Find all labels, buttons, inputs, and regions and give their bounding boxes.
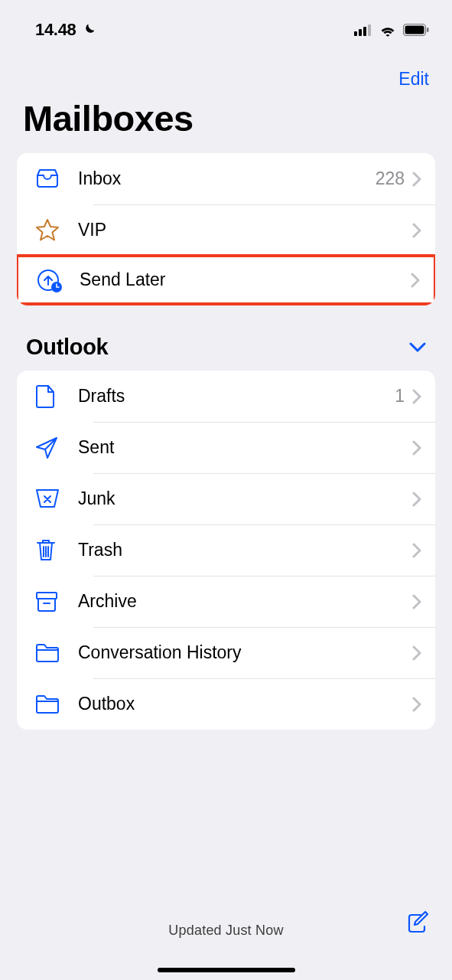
folder-count: 1: [395, 386, 405, 407]
mailboxes-list: Inbox 228 VIP Send Later: [17, 153, 435, 305]
folder-label: Trash: [72, 540, 412, 560]
folder-label: Outbox: [72, 694, 412, 714]
svg-rect-2: [363, 27, 366, 36]
folder-icon: [34, 693, 72, 716]
paper-plane-icon: [34, 435, 72, 461]
chevron-right-icon: [412, 594, 421, 609]
battery-icon: [403, 24, 429, 36]
account-folders-list: Drafts 1 Sent Junk Trash: [17, 371, 435, 730]
folder-label: Sent: [72, 437, 412, 458]
folder-row-archive[interactable]: Archive: [17, 576, 435, 627]
svg-rect-6: [427, 28, 429, 32]
svg-rect-5: [405, 26, 424, 34]
document-icon: [34, 383, 72, 410]
mailbox-row-vip[interactable]: VIP: [17, 204, 435, 256]
edit-button[interactable]: Edit: [398, 69, 429, 90]
toolbar-status: Updated Just Now: [168, 923, 283, 939]
folder-icon: [34, 642, 72, 665]
folder-row-drafts[interactable]: Drafts 1: [17, 371, 435, 422]
bottom-toolbar: Updated Just Now: [0, 880, 452, 980]
chevron-right-icon: [412, 543, 421, 558]
chevron-right-icon: [412, 172, 421, 187]
folder-label: Drafts: [72, 386, 395, 407]
folder-row-sent[interactable]: Sent: [17, 422, 435, 473]
folder-row-trash[interactable]: Trash: [17, 524, 435, 576]
chevron-right-icon: [412, 389, 421, 404]
chevron-right-icon: [411, 273, 420, 288]
svg-rect-0: [354, 31, 357, 36]
status-left: 14.48: [35, 20, 96, 40]
chevron-right-icon: [412, 492, 421, 507]
mailbox-label: Send Later: [73, 270, 411, 290]
chevron-down-icon: [409, 342, 426, 353]
inbox-icon: [34, 165, 72, 193]
chevron-right-icon: [412, 440, 421, 456]
nav-bar: Edit: [0, 46, 452, 97]
send-later-icon: [35, 266, 73, 295]
mailbox-label: Inbox: [72, 168, 376, 189]
trash-icon: [34, 537, 72, 564]
folder-row-outbox[interactable]: Outbox: [17, 678, 435, 730]
folder-label: Archive: [72, 591, 412, 612]
mailbox-count: 228: [376, 168, 405, 189]
status-right: [354, 23, 429, 37]
svg-rect-9: [37, 593, 57, 599]
mailbox-row-inbox[interactable]: Inbox 228: [17, 153, 435, 204]
junk-icon: [34, 487, 72, 511]
folder-label: Conversation History: [72, 642, 412, 663]
home-indicator[interactable]: [158, 968, 295, 972]
compose-button[interactable]: [403, 908, 431, 936]
svg-rect-1: [359, 29, 362, 36]
folder-row-junk[interactable]: Junk: [17, 473, 435, 524]
wifi-icon: [379, 23, 397, 37]
mailbox-row-send-later[interactable]: Send Later: [17, 254, 435, 305]
cellular-signal-icon: [354, 24, 372, 36]
star-icon: [34, 217, 72, 244]
svg-rect-3: [368, 24, 371, 36]
section-header-label: Outlook: [26, 335, 108, 360]
mailbox-label: VIP: [72, 220, 412, 240]
folder-label: Junk: [72, 488, 412, 509]
page-title: Mailboxes: [0, 97, 452, 153]
chevron-right-icon: [412, 697, 421, 712]
chevron-right-icon: [412, 645, 421, 661]
dnd-moon-icon: [81, 22, 96, 38]
status-bar: 14.48: [0, 0, 452, 46]
chevron-right-icon: [412, 223, 421, 238]
folder-row-conversation-history[interactable]: Conversation History: [17, 627, 435, 678]
account-section-header[interactable]: Outlook: [0, 305, 452, 371]
status-time: 14.48: [35, 20, 76, 40]
archive-icon: [34, 590, 72, 614]
